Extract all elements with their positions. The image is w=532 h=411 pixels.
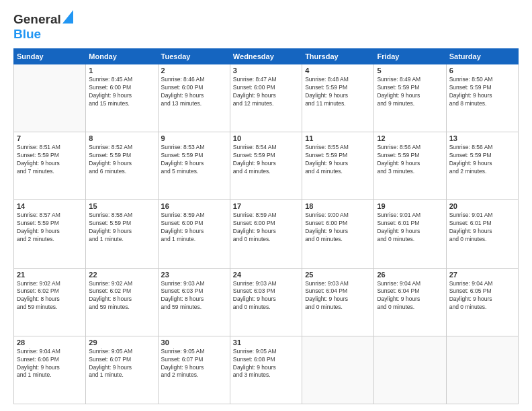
day-info: Sunrise: 8:56 AM Sunset: 5:59 PM Dayligh… [377, 144, 443, 176]
weekday-header-wednesday: Wednesday [230, 49, 302, 64]
day-number: 4 [305, 66, 371, 75]
day-info: Sunrise: 8:51 AM Sunset: 5:59 PM Dayligh… [17, 144, 83, 176]
day-info: Sunrise: 9:03 AM Sunset: 6:03 PM Dayligh… [161, 280, 227, 312]
day-number: 9 [161, 134, 227, 142]
logo-arrow-icon [62, 10, 73, 26]
day-info: Sunrise: 8:45 AM Sunset: 6:00 PM Dayligh… [89, 76, 154, 108]
calendar-cell: 22Sunrise: 9:02 AM Sunset: 6:02 PM Dayli… [86, 268, 158, 336]
day-number: 28 [17, 338, 83, 347]
day-info: Sunrise: 9:01 AM Sunset: 6:01 PM Dayligh… [377, 212, 443, 244]
day-info: Sunrise: 8:52 AM Sunset: 5:59 PM Dayligh… [89, 144, 154, 176]
calendar-cell: 12Sunrise: 8:56 AM Sunset: 5:59 PM Dayli… [374, 132, 446, 200]
day-number: 30 [161, 338, 227, 347]
weekday-header-saturday: Saturday [446, 49, 518, 64]
day-number: 14 [17, 202, 83, 210]
day-info: Sunrise: 8:48 AM Sunset: 5:59 PM Dayligh… [305, 76, 371, 108]
day-info: Sunrise: 8:53 AM Sunset: 5:59 PM Dayligh… [161, 144, 227, 176]
calendar-cell: 27Sunrise: 9:04 AM Sunset: 6:05 PM Dayli… [446, 268, 518, 336]
calendar-cell [302, 336, 374, 404]
day-number: 17 [233, 202, 299, 210]
calendar-cell: 10Sunrise: 8:54 AM Sunset: 5:59 PM Dayli… [230, 132, 302, 200]
calendar-cell: 17Sunrise: 8:59 AM Sunset: 6:00 PM Dayli… [230, 200, 302, 268]
calendar-cell: 29Sunrise: 9:05 AM Sunset: 6:07 PM Dayli… [86, 336, 158, 404]
day-info: Sunrise: 8:54 AM Sunset: 5:59 PM Dayligh… [233, 144, 299, 176]
day-number: 10 [233, 134, 299, 142]
day-number: 12 [377, 134, 443, 142]
day-number: 6 [449, 66, 515, 75]
day-number: 5 [377, 66, 443, 75]
day-number: 29 [89, 338, 154, 347]
day-info: Sunrise: 8:59 AM Sunset: 6:00 PM Dayligh… [161, 212, 227, 244]
day-info: Sunrise: 8:49 AM Sunset: 5:59 PM Dayligh… [377, 76, 443, 108]
weekday-header-row: SundayMondayTuesdayWednesdayThursdayFrid… [14, 49, 519, 64]
day-number: 26 [377, 271, 443, 279]
day-number: 31 [233, 338, 299, 347]
calendar-cell: 2Sunrise: 8:46 AM Sunset: 6:00 PM Daylig… [158, 64, 230, 132]
day-info: Sunrise: 9:00 AM Sunset: 6:00 PM Dayligh… [305, 212, 371, 244]
day-info: Sunrise: 8:47 AM Sunset: 6:00 PM Dayligh… [233, 76, 299, 108]
day-info: Sunrise: 9:05 AM Sunset: 6:07 PM Dayligh… [161, 348, 227, 380]
calendar-cell: 31Sunrise: 9:05 AM Sunset: 6:08 PM Dayli… [230, 336, 302, 404]
day-info: Sunrise: 8:50 AM Sunset: 5:59 PM Dayligh… [449, 76, 515, 108]
calendar-cell: 5Sunrise: 8:49 AM Sunset: 5:59 PM Daylig… [374, 64, 446, 132]
day-info: Sunrise: 8:56 AM Sunset: 5:59 PM Dayligh… [449, 144, 515, 176]
calendar-cell [14, 64, 86, 132]
calendar-cell: 20Sunrise: 9:01 AM Sunset: 6:01 PM Dayli… [446, 200, 518, 268]
day-number: 16 [161, 202, 227, 210]
day-info: Sunrise: 8:57 AM Sunset: 5:59 PM Dayligh… [17, 212, 83, 244]
day-number: 19 [377, 202, 443, 210]
day-info: Sunrise: 9:04 AM Sunset: 6:05 PM Dayligh… [449, 280, 515, 312]
week-row-3: 21Sunrise: 9:02 AM Sunset: 6:02 PM Dayli… [14, 268, 519, 336]
header: General Blue [13, 12, 519, 42]
calendar-cell: 15Sunrise: 8:58 AM Sunset: 5:59 PM Dayli… [86, 200, 158, 268]
day-number: 8 [89, 134, 154, 142]
day-number: 3 [233, 66, 299, 75]
calendar-cell [374, 336, 446, 404]
week-row-4: 28Sunrise: 9:04 AM Sunset: 6:06 PM Dayli… [14, 336, 519, 404]
day-number: 24 [233, 271, 299, 279]
day-number: 2 [161, 66, 227, 75]
weekday-header-friday: Friday [374, 49, 446, 64]
day-number: 1 [89, 66, 154, 75]
day-number: 22 [89, 271, 154, 279]
day-info: Sunrise: 8:55 AM Sunset: 5:59 PM Dayligh… [305, 144, 371, 176]
calendar-cell: 28Sunrise: 9:04 AM Sunset: 6:06 PM Dayli… [14, 336, 86, 404]
calendar-cell: 1Sunrise: 8:45 AM Sunset: 6:00 PM Daylig… [86, 64, 158, 132]
day-number: 15 [89, 202, 154, 210]
logo: General Blue [13, 12, 73, 42]
day-info: Sunrise: 9:05 AM Sunset: 6:08 PM Dayligh… [233, 348, 299, 380]
calendar: SundayMondayTuesdayWednesdayThursdayFrid… [13, 48, 519, 404]
calendar-cell: 8Sunrise: 8:52 AM Sunset: 5:59 PM Daylig… [86, 132, 158, 200]
calendar-cell: 9Sunrise: 8:53 AM Sunset: 5:59 PM Daylig… [158, 132, 230, 200]
day-info: Sunrise: 8:46 AM Sunset: 6:00 PM Dayligh… [161, 76, 227, 108]
calendar-cell: 11Sunrise: 8:55 AM Sunset: 5:59 PM Dayli… [302, 132, 374, 200]
day-number: 20 [449, 202, 515, 210]
day-number: 27 [449, 271, 515, 279]
calendar-cell: 13Sunrise: 8:56 AM Sunset: 5:59 PM Dayli… [446, 132, 518, 200]
weekday-header-thursday: Thursday [302, 49, 374, 64]
calendar-cell: 16Sunrise: 8:59 AM Sunset: 6:00 PM Dayli… [158, 200, 230, 268]
day-number: 25 [305, 271, 371, 279]
calendar-cell: 21Sunrise: 9:02 AM Sunset: 6:02 PM Dayli… [14, 268, 86, 336]
calendar-cell [446, 336, 518, 404]
calendar-cell: 3Sunrise: 8:47 AM Sunset: 6:00 PM Daylig… [230, 64, 302, 132]
day-info: Sunrise: 9:05 AM Sunset: 6:07 PM Dayligh… [89, 348, 154, 380]
day-number: 11 [305, 134, 371, 142]
calendar-cell: 26Sunrise: 9:04 AM Sunset: 6:04 PM Dayli… [374, 268, 446, 336]
logo-general-text: General [13, 12, 61, 27]
week-row-1: 7Sunrise: 8:51 AM Sunset: 5:59 PM Daylig… [14, 132, 519, 200]
day-number: 7 [17, 134, 83, 142]
day-info: Sunrise: 9:04 AM Sunset: 6:06 PM Dayligh… [17, 348, 83, 380]
weekday-header-sunday: Sunday [14, 49, 86, 64]
weekday-header-monday: Monday [86, 49, 158, 64]
svg-marker-0 [62, 10, 73, 24]
day-number: 13 [449, 134, 515, 142]
calendar-cell: 23Sunrise: 9:03 AM Sunset: 6:03 PM Dayli… [158, 268, 230, 336]
calendar-cell: 6Sunrise: 8:50 AM Sunset: 5:59 PM Daylig… [446, 64, 518, 132]
week-row-2: 14Sunrise: 8:57 AM Sunset: 5:59 PM Dayli… [14, 200, 519, 268]
day-info: Sunrise: 8:59 AM Sunset: 6:00 PM Dayligh… [233, 212, 299, 244]
day-number: 23 [161, 271, 227, 279]
day-info: Sunrise: 9:02 AM Sunset: 6:02 PM Dayligh… [89, 280, 154, 312]
logo-blue-text: Blue [13, 27, 41, 41]
week-row-0: 1Sunrise: 8:45 AM Sunset: 6:00 PM Daylig… [14, 64, 519, 132]
